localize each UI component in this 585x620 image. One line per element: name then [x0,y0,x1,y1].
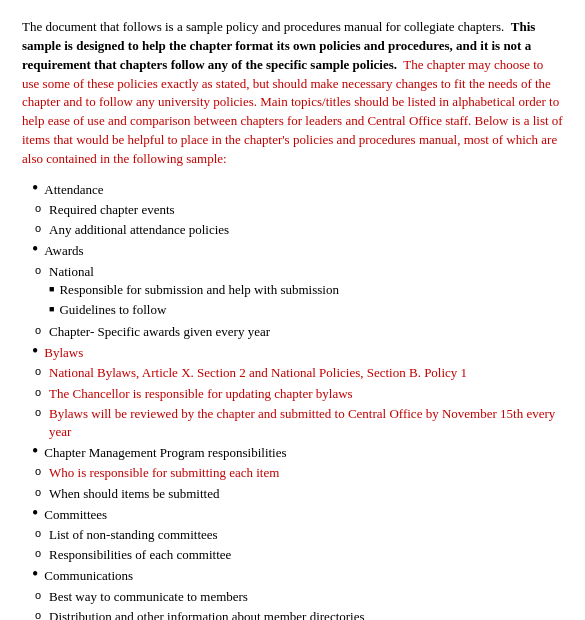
bullet-label: Attendance [44,181,103,199]
circle-o-icon: o [32,406,44,418]
sub-label: Who is responsible for submitting each i… [49,465,279,480]
sub-label: List of non-standing committees [49,527,218,542]
bullet-dot-icon: • [32,504,38,522]
bullet-dot-icon: • [32,565,38,583]
bullet-dot-icon: • [32,342,38,360]
circle-o-icon: o [32,264,44,276]
bullet-label: Awards [44,242,83,260]
table-of-contents: • Attendance o Required chapter events o… [22,181,563,620]
circle-o-icon: o [32,486,44,498]
sub-item: o Any additional attendance policies [32,221,563,239]
sub-item: o Required chapter events [32,201,563,219]
sub-label: Required chapter events [49,202,175,217]
circle-o-icon: o [32,547,44,559]
intro-text-3: The chapter may choose to use some of th… [22,57,563,166]
square-bullet-icon: ■ [49,284,54,294]
sub-item: o The Chancellor is responsible for upda… [32,385,563,403]
list-item: • Committees o List of non-standing comm… [32,506,563,565]
bullet-dot-icon: • [32,240,38,258]
square-bullet-icon: ■ [49,304,54,314]
bullet-label: Bylaws [44,344,83,362]
sub-item: o When should items be submitted [32,485,563,503]
sub-item: o Distribution and other information abo… [32,608,563,620]
intro-paragraph: The document that follows is a sample po… [22,18,563,169]
main-list: • Attendance o Required chapter events o… [32,181,563,620]
list-item: • Communications o Best way to communica… [32,567,563,620]
sub-sub-label: Responsible for submission and help with… [59,281,339,299]
sub-item: o Bylaws will be reviewed by the chapter… [32,405,563,441]
sub-item: o Responsibilities of each committee [32,546,563,564]
sub-label: The Chancellor is responsible for updati… [49,386,353,401]
sub-label: National [49,264,94,279]
sub-label: National Bylaws, Article X. Section 2 an… [49,365,467,380]
list-item: • Bylaws o National Bylaws, Article X. S… [32,344,563,441]
sub-sub-item: ■ Responsible for submission and help wi… [49,281,339,299]
sub-sub-label: Guidelines to follow [59,301,166,319]
sub-label: Any additional attendance policies [49,222,229,237]
circle-o-icon: o [32,365,44,377]
sub-item: o Who is responsible for submitting each… [32,464,563,482]
sub-label: Bylaws will be reviewed by the chapter a… [49,406,555,439]
sub-label: Distribution and other information about… [49,609,365,620]
sub-label: Responsibilities of each committee [49,547,231,562]
bullet-label: Committees [44,506,107,524]
sub-item: o List of non-standing committees [32,526,563,544]
intro-text-1: The document that follows is a sample po… [22,19,504,34]
circle-o-icon: o [32,222,44,234]
sub-item: o Best way to communicate to members [32,588,563,606]
circle-o-icon: o [32,324,44,336]
list-item: • Awards o National ■ Responsible for su… [32,242,563,341]
list-item: • Chapter Management Program responsibil… [32,444,563,503]
bullet-label: Chapter Management Program responsibilit… [44,444,286,462]
list-item: • Attendance o Required chapter events o… [32,181,563,240]
sub-label: When should items be submitted [49,486,219,501]
circle-o-icon: o [32,589,44,601]
sub-sub-item: ■ Guidelines to follow [49,301,339,319]
bullet-label: Communications [44,567,133,585]
circle-o-icon: o [32,527,44,539]
circle-o-icon: o [32,465,44,477]
circle-o-icon: o [32,609,44,620]
sub-label: Chapter- Specific awards given every yea… [49,324,270,339]
circle-o-icon: o [32,386,44,398]
bullet-dot-icon: • [32,442,38,460]
bullet-dot-icon: • [32,179,38,197]
sub-item: o National ■ Responsible for submission … [32,263,563,322]
circle-o-icon: o [32,202,44,214]
sub-item: o Chapter- Specific awards given every y… [32,323,563,341]
sub-label: Best way to communicate to members [49,589,248,604]
sub-item: o National Bylaws, Article X. Section 2 … [32,364,563,382]
